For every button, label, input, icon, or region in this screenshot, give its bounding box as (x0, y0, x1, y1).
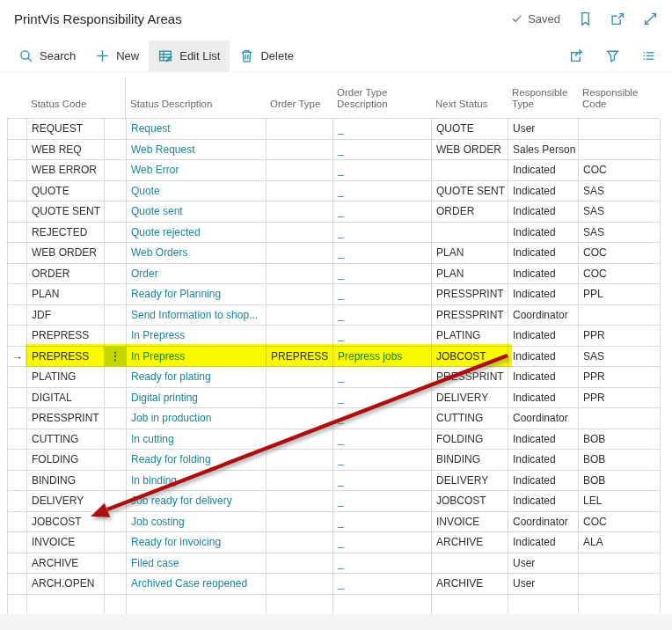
row-selector-cell[interactable]: → (8, 347, 27, 368)
cell-order-type-description[interactable]: _ (333, 512, 432, 533)
cell-order-type-description[interactable]: _ (333, 140, 432, 161)
cell-status-code[interactable]: QUOTE SENT (27, 201, 105, 223)
table-row[interactable]: CUTTINGIn cutting_FOLDINGIndicatedBOB (8, 429, 660, 451)
table-row[interactable]: JDFSend Information to shop..._PRESSPRIN… (8, 305, 660, 326)
table-row[interactable]: WEB REQWeb Request_WEB ORDERSales Person (8, 140, 660, 161)
row-selector-cell[interactable] (8, 264, 27, 285)
cell-order-type[interactable] (267, 305, 333, 326)
bookmark-icon[interactable] (578, 11, 593, 26)
cell-order-type-description[interactable]: _ (333, 264, 432, 285)
cell-responsible-type[interactable]: Indicated (508, 429, 579, 451)
row-menu-dots-icon[interactable]: ⋮ (110, 350, 121, 362)
row-selector-cell[interactable] (8, 408, 27, 429)
cell-responsible-type[interactable]: Indicated (508, 223, 579, 244)
cell-responsible-code[interactable]: COC (579, 243, 661, 264)
cell-next-status[interactable]: ARCHIVE (432, 574, 508, 595)
table-row[interactable]: ORDEROrder_PLANIndicatedCOC (8, 264, 660, 285)
row-selector-cell[interactable] (8, 160, 27, 181)
cell-responsible-code[interactable] (579, 574, 661, 595)
column-header-status-code[interactable]: Status Code (26, 77, 104, 118)
cell-responsible-code[interactable]: BOB (579, 471, 661, 492)
table-row[interactable]: QUOTEQuote_QUOTE SENTIndicatedSAS (8, 181, 660, 202)
cell-status-description[interactable]: Send Information to shop... (127, 305, 267, 326)
cell-order-type-description[interactable]: _ (333, 305, 432, 326)
cell-responsible-code[interactable]: PPR (579, 388, 661, 409)
cell-order-type[interactable] (267, 181, 333, 202)
cell-responsible-type[interactable]: Indicated (508, 326, 579, 347)
cell-status-code[interactable]: PLAN (27, 284, 105, 305)
cell-status-description[interactable]: Job costing (127, 512, 267, 533)
cell-next-status[interactable] (432, 595, 508, 616)
row-selector-cell[interactable] (8, 140, 27, 161)
cell-responsible-code[interactable]: BOB (579, 429, 661, 451)
row-selector-cell[interactable] (8, 429, 27, 451)
table-row[interactable]: ARCH.OPENArchived Case reopened_ARCHIVEU… (8, 574, 660, 595)
table-row[interactable]: PREPRESSIn Prepress_PLATINGIndicatedPPR (8, 326, 660, 347)
cell-status-code[interactable]: DELIVERY (27, 491, 105, 512)
cell-next-status[interactable]: QUOTE SENT (432, 181, 508, 202)
cell-order-type-description[interactable]: _ (333, 574, 432, 595)
table-row[interactable]: DELIVERYJob ready for delivery_JOBCOSTIn… (8, 491, 660, 512)
cell-status-code[interactable]: JOBCOST (27, 512, 105, 533)
cell-responsible-code[interactable] (579, 305, 661, 326)
cell-responsible-code[interactable] (579, 140, 661, 161)
table-row[interactable]: FOLDINGReady for folding_BINDINGIndicate… (8, 450, 660, 471)
cell-next-status[interactable]: JOBCOST (432, 491, 508, 512)
cell-next-status[interactable] (432, 223, 508, 244)
cell-responsible-code[interactable]: PPR (579, 326, 661, 347)
cell-status-code[interactable]: INVOICE (27, 532, 105, 553)
table-row[interactable]: QUOTE SENTQuote sent_ORDERIndicatedSAS (8, 201, 660, 223)
search-button[interactable]: Search (9, 40, 85, 71)
cell-order-type-description[interactable]: _ (333, 471, 432, 492)
cell-status-description[interactable]: In binding (127, 471, 267, 492)
cell-next-status[interactable]: CUTTING (432, 408, 508, 429)
row-menu-cell[interactable] (105, 491, 127, 512)
row-menu-cell[interactable] (105, 160, 127, 181)
cell-status-description[interactable]: Quote (127, 181, 267, 202)
table-row[interactable]: WEB ORDERWeb Orders_PLANIndicatedCOC (8, 243, 660, 264)
cell-status-code[interactable]: PLATING (27, 367, 105, 388)
cell-responsible-type[interactable]: Coordinator (508, 408, 579, 429)
cell-order-type-description[interactable]: _ (333, 243, 432, 264)
cell-status-code[interactable]: WEB ERROR (27, 160, 105, 181)
cell-next-status[interactable]: PRESSPRINT (432, 305, 508, 326)
cell-responsible-code[interactable] (579, 119, 661, 140)
cell-responsible-code[interactable]: BOB (579, 450, 661, 471)
cell-next-status[interactable]: DELIVERY (432, 388, 508, 409)
cell-next-status[interactable]: WEB ORDER (432, 140, 508, 161)
row-selector-cell[interactable] (8, 595, 27, 616)
cell-responsible-type[interactable]: Indicated (508, 367, 579, 388)
row-menu-cell[interactable] (105, 512, 127, 533)
cell-status-code[interactable]: JDF (27, 305, 105, 326)
cell-next-status[interactable]: INVOICE (432, 512, 508, 533)
cell-order-type[interactable] (267, 532, 333, 553)
cell-next-status[interactable]: PLAN (432, 243, 508, 264)
table-row[interactable]: WEB ERRORWeb Error_IndicatedCOC (8, 160, 660, 181)
row-selector-cell[interactable] (8, 181, 27, 202)
cell-responsible-type[interactable]: Indicated (508, 347, 579, 368)
cell-order-type[interactable] (267, 243, 333, 264)
cell-order-type[interactable] (267, 388, 333, 409)
cell-responsible-type[interactable]: Coordinator (508, 512, 579, 533)
row-menu-cell[interactable] (105, 574, 127, 595)
cell-next-status[interactable]: PRESSPRINT (432, 284, 508, 305)
cell-status-code[interactable]: PREPRESS (27, 347, 105, 368)
cell-responsible-type[interactable]: Indicated (508, 181, 579, 202)
cell-responsible-type[interactable]: Coordinator (508, 305, 579, 326)
column-header-order-type-description[interactable]: Order Type Description (332, 77, 431, 118)
cell-responsible-type[interactable]: Indicated (508, 388, 579, 409)
cell-status-code[interactable]: REJECTED (27, 223, 105, 244)
row-menu-cell[interactable] (105, 595, 127, 616)
row-selector-cell[interactable] (8, 284, 27, 305)
cell-order-type[interactable] (267, 264, 333, 285)
cell-responsible-type[interactable]: User (508, 119, 579, 140)
cell-order-type-description[interactable]: _ (333, 284, 432, 305)
cell-order-type[interactable] (267, 201, 333, 223)
column-header-status-description[interactable]: Status Description (126, 77, 266, 118)
cell-order-type-description[interactable]: _ (333, 119, 432, 140)
cell-order-type[interactable] (267, 223, 333, 244)
column-header-responsible-type[interactable]: Responsible Type (508, 77, 578, 118)
row-selector-cell[interactable] (8, 532, 27, 553)
cell-order-type-description[interactable]: _ (333, 181, 432, 202)
cell-order-type[interactable] (267, 326, 333, 347)
